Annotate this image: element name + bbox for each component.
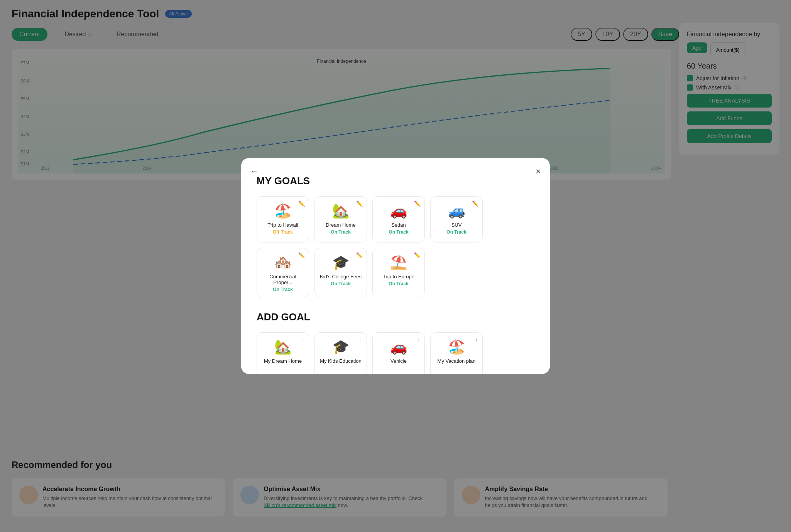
sedan-icon: 🚗 bbox=[390, 203, 407, 219]
suv-name: SUV bbox=[451, 222, 462, 228]
modal-back-button[interactable]: ← bbox=[250, 167, 258, 175]
add-goal-dream-home[interactable]: + 🏡 My Dream Home bbox=[257, 332, 309, 374]
sedan-name: Sedan bbox=[391, 222, 406, 228]
trip-europe-name: Trip to Europe bbox=[383, 274, 414, 279]
trip-hawaii-status: Off Track bbox=[273, 229, 293, 235]
edit-icon-trip-europe[interactable]: ✏️ bbox=[414, 252, 421, 258]
close-icon: × bbox=[536, 167, 541, 176]
dream-home-status: On Track bbox=[331, 229, 350, 235]
goal-card-dream-home[interactable]: ✏️ 🏡 Dream Home On Track bbox=[314, 196, 367, 242]
commercial-status: On Track bbox=[273, 287, 292, 292]
goals-grid: ✏️ 🏖️ Trip to Hawaii Off Track ✏️ 🏡 Drea… bbox=[257, 196, 534, 297]
kids-college-name: Kid's College Fees bbox=[320, 274, 362, 279]
goal-card-commercial-property[interactable]: ✏️ 🏘️ Commercial Proper... On Track bbox=[257, 248, 309, 297]
trip-hawaii-name: Trip to Hawaii bbox=[268, 222, 298, 228]
edit-icon-commercial[interactable]: ✏️ bbox=[298, 252, 305, 258]
add-dream-home-icon: 🏡 bbox=[274, 339, 292, 355]
add-vehicle-icon: 🚗 bbox=[390, 339, 407, 355]
edit-icon-kids-college[interactable]: ✏️ bbox=[356, 252, 363, 258]
plus-icon-kids-education: + bbox=[359, 337, 363, 343]
trip-europe-status: On Track bbox=[389, 281, 408, 286]
add-kids-education-icon: 🎓 bbox=[332, 339, 350, 355]
edit-icon-trip-hawaii[interactable]: ✏️ bbox=[298, 200, 305, 207]
my-goals-title: MY GOALS bbox=[257, 175, 534, 187]
commercial-name: Commercial Proper... bbox=[262, 274, 304, 285]
plus-icon-dream-home: + bbox=[301, 337, 305, 343]
add-goal-vacation-plan[interactable]: + 🏖️ My Vacation plan bbox=[430, 332, 483, 374]
goal-card-kids-college[interactable]: ✏️ 🎓 Kid's College Fees On Track bbox=[314, 248, 367, 297]
add-goal-vehicle[interactable]: + 🚗 Vehicle bbox=[372, 332, 425, 374]
goal-card-suv[interactable]: ✏️ 🚙 SUV On Track bbox=[430, 196, 483, 242]
goals-modal: ← × MY GOALS ✏️ 🏖️ Trip to Hawaii Off Tr… bbox=[241, 158, 550, 374]
modal-overlay: ← × MY GOALS ✏️ 🏖️ Trip to Hawaii Off Tr… bbox=[0, 0, 791, 532]
add-goals-grid: + 🏡 My Dream Home + 🎓 My Kids Education … bbox=[257, 332, 534, 374]
commercial-icon: 🏘️ bbox=[274, 254, 292, 271]
edit-icon-suv[interactable]: ✏️ bbox=[472, 200, 478, 207]
add-vacation-icon: 🏖️ bbox=[448, 339, 465, 355]
add-dream-home-name: My Dream Home bbox=[264, 358, 302, 364]
goal-card-trip-to-hawaii[interactable]: ✏️ 🏖️ Trip to Hawaii Off Track bbox=[257, 196, 309, 242]
goal-card-trip-to-europe[interactable]: ✏️ ⛱️ Trip to Europe On Track bbox=[372, 248, 425, 297]
add-goal-title: ADD GOAL bbox=[257, 311, 534, 323]
add-vacation-name: My Vacation plan bbox=[438, 358, 476, 364]
edit-icon-dream-home[interactable]: ✏️ bbox=[356, 200, 363, 207]
kids-college-status: On Track bbox=[331, 281, 350, 286]
plus-icon-vacation: + bbox=[475, 337, 478, 343]
suv-icon: 🚙 bbox=[448, 203, 465, 219]
edit-icon-sedan[interactable]: ✏️ bbox=[414, 200, 421, 207]
modal-close-button[interactable]: × bbox=[536, 167, 541, 176]
plus-icon-vehicle: + bbox=[417, 337, 421, 343]
sedan-status: On Track bbox=[389, 229, 408, 235]
add-goal-kids-education[interactable]: + 🎓 My Kids Education bbox=[314, 332, 367, 374]
kids-college-icon: 🎓 bbox=[332, 254, 350, 271]
add-kids-education-name: My Kids Education bbox=[320, 358, 362, 364]
goal-card-sedan[interactable]: ✏️ 🚗 Sedan On Track bbox=[372, 196, 425, 242]
dream-home-icon: 🏡 bbox=[332, 203, 350, 219]
trip-hawaii-icon: 🏖️ bbox=[274, 203, 292, 219]
back-icon: ← bbox=[250, 167, 258, 175]
suv-status: On Track bbox=[446, 229, 466, 235]
add-vehicle-name: Vehicle bbox=[390, 358, 407, 364]
dream-home-name: Dream Home bbox=[326, 222, 355, 228]
trip-europe-icon: ⛱️ bbox=[390, 254, 407, 271]
